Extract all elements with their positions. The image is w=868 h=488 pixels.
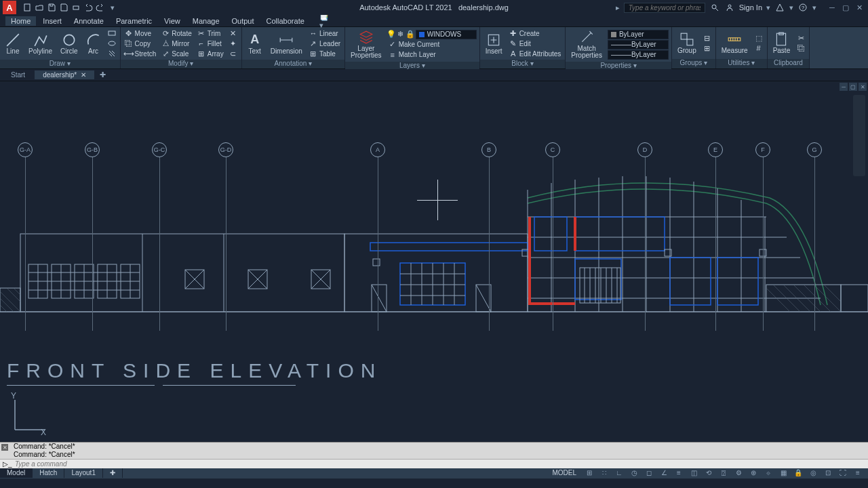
panel-properties-title[interactable]: Properties ▾ xyxy=(566,62,671,69)
erase-tool[interactable]: ✕ xyxy=(228,28,239,38)
leader-tool[interactable]: ↗Leader xyxy=(308,39,342,48)
table-tool[interactable]: ⊞Table xyxy=(308,49,342,58)
stretch-tool[interactable]: ⟷Stretch xyxy=(123,49,158,58)
command-input[interactable] xyxy=(15,460,865,468)
menu-insert[interactable]: Insert xyxy=(37,16,67,26)
menu-collaborate[interactable]: Collaborate xyxy=(261,16,310,26)
menu-parametric[interactable]: Parametric xyxy=(111,16,157,26)
workspace-icon[interactable]: ⚙ xyxy=(732,468,745,477)
osnap-icon[interactable]: ◻ xyxy=(643,468,655,477)
panel-annotation-title[interactable]: Annotation ▾ xyxy=(242,60,344,68)
new-icon[interactable] xyxy=(22,2,33,13)
paste-tool[interactable]: Paste xyxy=(770,30,793,56)
trim-tool[interactable]: ✂Trim xyxy=(196,28,225,38)
make-current-tool[interactable]: ✓Make Current xyxy=(387,40,477,49)
units-icon[interactable]: ⟐ xyxy=(762,468,774,477)
tab-close-icon[interactable]: ✕ xyxy=(81,71,86,79)
tab-add-layout-icon[interactable]: ✚ xyxy=(103,468,123,478)
layer-lock-icon[interactable]: 🔒 xyxy=(406,30,414,39)
clean-screen-icon[interactable]: ⛶ xyxy=(837,468,849,477)
line-tool[interactable]: Line xyxy=(3,31,23,56)
tab-dealership[interactable]: dealership*✕ xyxy=(35,70,94,79)
plot-icon[interactable] xyxy=(71,2,81,13)
otrack-icon[interactable]: ∠ xyxy=(658,468,670,477)
saveas-icon[interactable] xyxy=(58,2,69,13)
customize-icon[interactable]: ≡ xyxy=(852,468,864,477)
snap-icon[interactable]: ∷ xyxy=(598,468,610,477)
insert-tool[interactable]: Insert xyxy=(483,31,505,56)
panel-block-title[interactable]: Block ▾ xyxy=(480,60,566,68)
search-icon[interactable] xyxy=(709,2,720,13)
lock-ui-icon[interactable]: 🔒 xyxy=(792,468,804,477)
help-dropdown-icon[interactable]: ▾ xyxy=(812,3,816,12)
save-icon[interactable] xyxy=(46,2,57,13)
scale-tool[interactable]: ⤢Scale xyxy=(160,49,193,58)
cmdline-close-icon[interactable]: ✕ xyxy=(1,444,8,451)
search-input[interactable] xyxy=(624,3,705,13)
panel-groups-title[interactable]: Groups ▾ xyxy=(672,59,715,68)
match-properties-tool[interactable]: Match Properties xyxy=(568,28,605,60)
close-icon[interactable]: ✕ xyxy=(853,3,865,12)
panel-layers-title[interactable]: Layers ▾ xyxy=(345,62,479,69)
color-selector[interactable]: ByLayer xyxy=(608,30,669,39)
quickprops-icon[interactable]: ▦ xyxy=(777,468,789,477)
select-tool[interactable]: ⬚ xyxy=(753,33,764,43)
status-model[interactable]: MODEL xyxy=(548,469,580,476)
signin-dropdown-icon[interactable]: ▾ xyxy=(766,3,770,12)
edit-block-tool[interactable]: ✎Edit xyxy=(508,39,563,48)
tab-start[interactable]: Start xyxy=(3,70,33,79)
text-tool[interactable]: AText xyxy=(245,31,265,56)
hatch-tool[interactable] xyxy=(106,49,117,58)
copy-clip-tool[interactable]: ⿻ xyxy=(795,43,806,53)
group-tool[interactable]: Group xyxy=(675,30,699,56)
maximize-icon[interactable]: ▢ xyxy=(840,3,852,12)
panel-modify-title[interactable]: Modify ▾ xyxy=(121,60,241,68)
edit-attributes-tool[interactable]: AEdit Attributes xyxy=(508,49,563,58)
annotation-monitor-icon[interactable]: ⊕ xyxy=(747,468,760,477)
panel-utilities-title[interactable]: Utilities ▾ xyxy=(716,59,767,68)
drawing-canvas[interactable]: ─ ▢ ✕ xyxy=(0,81,868,442)
panel-draw-title[interactable]: Draw ▾ xyxy=(0,60,120,68)
copy-tool[interactable]: ⿻Copy xyxy=(123,39,158,48)
annoscale-icon[interactable]: ⍰ xyxy=(717,468,730,477)
mirror-tool[interactable]: ⧊Mirror xyxy=(160,39,193,48)
lineweight-icon[interactable]: ≡ xyxy=(673,468,685,477)
qat-dropdown-icon[interactable]: ▾ xyxy=(107,2,118,13)
menu-annotate[interactable]: Annotate xyxy=(68,16,109,26)
express-tools-icon[interactable]: 📑▾ xyxy=(319,16,330,26)
isolate-icon[interactable]: ◎ xyxy=(807,468,819,477)
undo-icon[interactable] xyxy=(83,2,94,13)
measure-tool[interactable]: Measure xyxy=(719,30,751,56)
array-tool[interactable]: ⊞Array xyxy=(196,49,225,58)
tab-layout1[interactable]: Layout1 xyxy=(64,468,103,478)
autodesk-app-icon[interactable] xyxy=(774,2,785,13)
match-layer-tool[interactable]: ≡Match Layer xyxy=(387,50,477,60)
menu-output[interactable]: Output xyxy=(226,16,260,26)
group-edit-tool[interactable]: ⊞ xyxy=(702,43,713,53)
tab-model[interactable]: Model xyxy=(0,468,33,478)
linear-tool[interactable]: ↔Linear xyxy=(308,28,342,38)
app-dropdown-icon[interactable]: ▾ xyxy=(789,3,793,12)
move-tool[interactable]: ✥Move xyxy=(123,28,158,38)
grid-icon[interactable]: ⊞ xyxy=(583,468,595,477)
explode-tool[interactable]: ✦ xyxy=(228,39,239,48)
cut-tool[interactable]: ✂ xyxy=(795,33,806,43)
transparency-icon[interactable]: ◫ xyxy=(688,468,700,477)
tab-hatch[interactable]: Hatch xyxy=(33,468,64,478)
ellipse-tool[interactable] xyxy=(106,39,117,48)
hardware-icon[interactable]: ⊡ xyxy=(822,468,834,477)
layer-freeze-icon[interactable]: ❄ xyxy=(397,30,405,39)
count-tool[interactable]: # xyxy=(753,43,764,53)
circle-tool[interactable]: Circle xyxy=(58,31,81,56)
menu-view[interactable]: View xyxy=(159,16,186,26)
menu-manage[interactable]: Manage xyxy=(187,16,225,26)
app-icon[interactable]: A xyxy=(3,1,16,14)
panel-clipboard-title[interactable]: Clipboard xyxy=(768,59,810,68)
layer-properties-tool[interactable]: Layer Properties xyxy=(348,28,384,60)
lineweight-selector[interactable]: ——— ByLayer xyxy=(608,50,669,60)
help-icon[interactable]: ? xyxy=(797,2,808,13)
layer-bulb-icon[interactable]: 💡 xyxy=(387,30,395,39)
layer-selector[interactable]: WINDOWS xyxy=(416,30,477,39)
offset-tool[interactable]: ⊂ xyxy=(228,49,239,58)
rotate-tool[interactable]: ⟳Rotate xyxy=(160,28,193,38)
